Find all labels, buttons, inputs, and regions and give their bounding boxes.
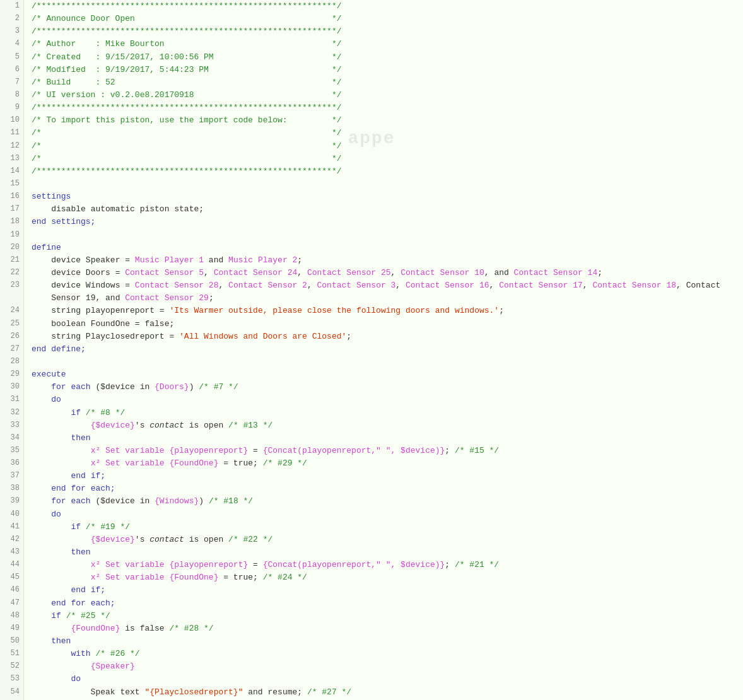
line-number: 25 — [3, 318, 20, 330]
line-number: 34 — [3, 432, 20, 445]
line-number: 42 — [3, 534, 20, 546]
line-number: 23 — [3, 279, 20, 292]
line-number: 29 — [3, 368, 20, 381]
code-line: /* */ — [32, 127, 743, 139]
line-number: 13 — [3, 153, 20, 165]
code-line: then — [32, 635, 743, 648]
line-number: 17 — [3, 203, 20, 216]
line-number: 45 — [3, 571, 20, 584]
line-number: 40 — [3, 508, 20, 521]
code-line: x² Set variable {playopenreport} = {Conc… — [32, 445, 743, 457]
line-number: 51 — [3, 648, 20, 660]
code-line: define — [32, 242, 743, 254]
line-number: 37 — [3, 470, 20, 482]
code-line: Sensor 19, and Contact Sensor 29; — [32, 292, 743, 305]
code-line: /* To import this piston, use the import… — [32, 114, 743, 127]
line-number: 1 — [3, 0, 20, 13]
line-number: 5 — [3, 51, 20, 64]
line-number: 4 — [3, 38, 20, 50]
line-number: 41 — [3, 521, 20, 534]
line-number: 26 — [3, 330, 20, 343]
line-number: 6 — [3, 64, 20, 76]
line-number: 27 — [3, 343, 20, 356]
code-line: /***************************************… — [32, 102, 743, 114]
line-number: 49 — [3, 622, 20, 635]
code-line: then — [32, 546, 743, 559]
line-number: 38 — [3, 482, 20, 495]
line-number: 24 — [3, 305, 20, 317]
line-number: 36 — [3, 457, 20, 470]
code-line: boolean FoundOne = false; — [32, 318, 743, 330]
line-number: 46 — [3, 584, 20, 597]
code-line: for each ($device in {Doors}) /* #7 */ — [32, 381, 743, 394]
code-line: /* Announce Door Open */ — [32, 13, 743, 25]
code-line: {$device}'s contact is open /* #13 */ — [32, 419, 743, 432]
code-line: do — [32, 508, 743, 521]
code-line: device Doors = Contact Sensor 5, Contact… — [32, 267, 743, 279]
code-line: settings — [32, 190, 743, 203]
line-number: 35 — [3, 445, 20, 457]
line-number: 10 — [3, 114, 20, 127]
code-line: end for each; — [32, 597, 743, 610]
line-number — [3, 292, 20, 305]
code-line: /* */ — [32, 153, 743, 165]
code-body[interactable]: appe /**********************************… — [24, 0, 743, 700]
line-number: 47 — [3, 597, 20, 610]
code-line: {Speaker} — [32, 660, 743, 673]
line-number: 54 — [3, 686, 20, 699]
code-line: /* Modified : 9/19/2017, 5:44:23 PM */ — [32, 64, 743, 76]
code-line: then — [32, 432, 743, 445]
code-line: disable automatic piston state; — [32, 203, 743, 216]
code-line: /* */ — [32, 140, 743, 153]
code-line: /* Author : Mike Bourton */ — [32, 38, 743, 50]
code-line — [32, 178, 743, 190]
line-number: 52 — [3, 660, 20, 673]
line-number: 20 — [3, 242, 20, 254]
line-number: 14 — [3, 165, 20, 178]
line-number: 3 — [3, 25, 20, 38]
line-number: 8 — [3, 89, 20, 102]
line-number: 16 — [3, 190, 20, 203]
code-line: {$device}'s contact is open /* #22 */ — [32, 534, 743, 546]
line-number: 53 — [3, 673, 20, 685]
code-line: x² Set variable {FoundOne} = true; /* #2… — [32, 571, 743, 584]
code-line: if /* #19 */ — [32, 521, 743, 534]
code-line: /***************************************… — [32, 25, 743, 38]
line-number: 21 — [3, 254, 20, 267]
code-line: with /* #26 */ — [32, 648, 743, 660]
line-number: 31 — [3, 394, 20, 406]
line-number-gutter: 1234567891011121314151617181920212223242… — [0, 0, 24, 700]
code-line: /***************************************… — [32, 0, 743, 13]
code-line: {FoundOne} is false /* #28 */ — [32, 622, 743, 635]
code-line: for each ($device in {Windows}) /* #18 *… — [32, 495, 743, 508]
code-line: if /* #8 */ — [32, 407, 743, 419]
line-number: 32 — [3, 407, 20, 419]
code-line: /* Created : 9/15/2017, 10:00:56 PM */ — [32, 51, 743, 64]
line-number: 18 — [3, 216, 20, 228]
line-number: 28 — [3, 356, 20, 368]
line-number: 43 — [3, 546, 20, 559]
line-number: 7 — [3, 76, 20, 89]
code-line: end if; — [32, 470, 743, 482]
line-number: 19 — [3, 229, 20, 242]
code-line: string playopenreport = 'Its Warmer outs… — [32, 305, 743, 317]
code-line: x² Set variable {playopenreport} = {Conc… — [32, 559, 743, 571]
code-line: /* Build : 52 */ — [32, 76, 743, 89]
code-line: do — [32, 394, 743, 406]
code-editor: 1234567891011121314151617181920212223242… — [0, 0, 743, 700]
line-number: 48 — [3, 610, 20, 622]
code-line: string Playclosedreport = 'All Windows a… — [32, 330, 743, 343]
code-line: end settings; — [32, 216, 743, 228]
code-line: do — [32, 673, 743, 685]
line-number: 30 — [3, 381, 20, 394]
line-number: 2 — [3, 13, 20, 25]
line-number: 44 — [3, 559, 20, 571]
code-line: /***************************************… — [32, 165, 743, 178]
line-number: 39 — [3, 495, 20, 508]
line-number: 22 — [3, 267, 20, 279]
code-line: x² Set variable {FoundOne} = true; /* #2… — [32, 457, 743, 470]
code-line: device Speaker = Music Player 1 and Musi… — [32, 254, 743, 267]
code-line: Speak text "{Playclosedreport}" and resu… — [32, 686, 743, 699]
code-line: end if; — [32, 584, 743, 597]
code-line: device Windows = Contact Sensor 28, Cont… — [32, 279, 743, 292]
